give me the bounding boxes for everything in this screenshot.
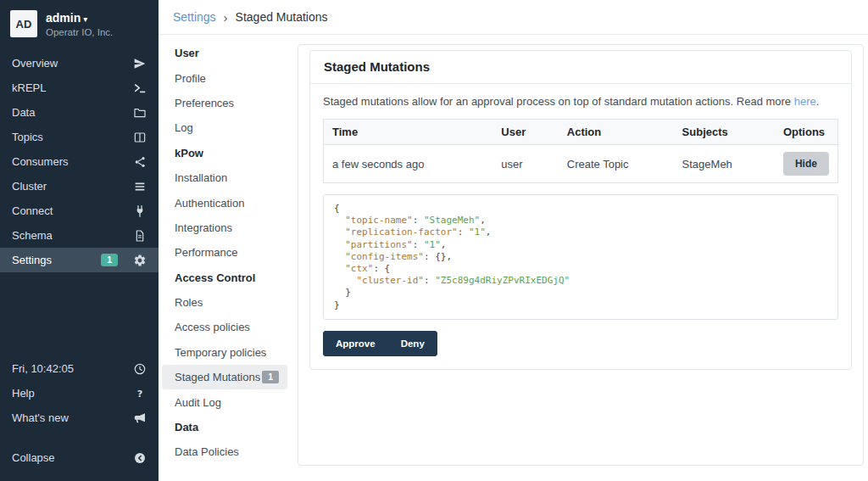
sidebar-item-label: What's new [12, 411, 126, 424]
sidebar-item-help[interactable]: Help? [0, 381, 159, 405]
settings-item-label: Audit Log [175, 396, 221, 409]
code-token: , [441, 239, 447, 250]
code-token [334, 275, 357, 286]
settings-item-label: Profile [175, 72, 206, 85]
sidebar-item-consumers[interactable]: Consumers [0, 149, 159, 174]
approve-button[interactable]: Approve [323, 331, 388, 356]
sidebar-item-data[interactable]: Data [0, 100, 159, 125]
code-token: } [334, 299, 340, 310]
settings-item-installation[interactable]: Installation [162, 165, 287, 190]
settings-item-profile[interactable]: Profile [162, 65, 287, 90]
code-token: { [334, 203, 340, 214]
column-header-options: Options [775, 120, 838, 145]
settings-item-data-policies[interactable]: Data Policies [162, 439, 287, 464]
settings-section-access-control: Access Control [162, 266, 287, 290]
approval-button-group: Approve Deny [323, 331, 437, 356]
code-token: "1" [469, 227, 486, 238]
cell-options: Hide [775, 145, 838, 183]
settings-item-integrations[interactable]: Integrations [162, 215, 287, 240]
code-token: "topic-name" [345, 215, 412, 226]
code-token: : [413, 215, 424, 226]
arrow-circle-left-icon [133, 451, 147, 465]
clock-icon [133, 362, 147, 376]
code-token: "StageMeh" [424, 215, 480, 226]
cell-user: user [492, 145, 558, 183]
sidebar-item-fri-10-42-05[interactable]: Fri, 10:42:05 [0, 356, 159, 381]
sidebar-item-label: Collapse [12, 451, 126, 464]
sidebar-item-schema[interactable]: Schema [0, 223, 159, 248]
cell-time: a few seconds ago [324, 145, 493, 183]
settings-item-access-policies[interactable]: Access policies [162, 315, 287, 339]
card-body: Staged mutations allow for an approval p… [310, 84, 851, 369]
breadcrumb-settings-link[interactable]: Settings [173, 10, 216, 24]
sidebar-item-label: kREPL [12, 81, 126, 94]
code-line: "replication-factor": "1", [334, 227, 827, 238]
description-text: Staged mutations allow for an approval p… [323, 95, 794, 108]
code-token [334, 227, 345, 238]
content-panel: Staged Mutations Staged mutations allow … [298, 44, 864, 466]
settings-item-label: Roles [175, 296, 203, 309]
sidebar-item-connect[interactable]: Connect [0, 199, 159, 223]
content: UserProfilePreferencesLogkPowInstallatio… [159, 35, 868, 481]
settings-item-authentication[interactable]: Authentication [162, 190, 287, 215]
code-line: } [334, 299, 827, 311]
settings-item-roles[interactable]: Roles [162, 290, 287, 315]
settings-item-label: Access policies [175, 321, 250, 333]
sidebar-item-collapse[interactable]: Collapse [0, 445, 159, 470]
gear-icon [133, 254, 147, 267]
sidebar-item-what-s-new[interactable]: What's new [0, 405, 159, 430]
cell-action: Create Topic [559, 145, 674, 183]
columns-icon [133, 131, 147, 144]
sidebar-item-krepl[interactable]: kREPL [0, 76, 159, 100]
code-token [334, 239, 345, 250]
breadcrumb: Settings › Staged Mutations [159, 0, 868, 35]
settings-item-log[interactable]: Log [162, 115, 287, 140]
question-mark-icon: ? [133, 387, 147, 400]
settings-menu: UserProfilePreferencesLogkPowInstallatio… [159, 35, 298, 481]
sidebar-item-label: Overview [12, 57, 126, 70]
sidebar-item-label: Fri, 10:42:05 [12, 362, 126, 375]
settings-item-audit-log[interactable]: Audit Log [162, 389, 287, 414]
user-org: Operatr IO, Inc. [46, 26, 113, 38]
main-area: Settings › Staged Mutations UserProfileP… [159, 0, 868, 481]
staged-mutations-card: Staged Mutations Staged mutations allow … [309, 50, 852, 370]
sidebar-item-cluster[interactable]: Cluster [0, 174, 159, 199]
deny-button[interactable]: Deny [388, 331, 437, 356]
settings-item-preferences[interactable]: Preferences [162, 91, 287, 115]
code-token [334, 251, 345, 262]
sidebar-item-label: Topics [12, 131, 126, 143]
sidebar-item-label: Consumers [12, 155, 126, 168]
settings-item-label: Preferences [175, 97, 234, 109]
read-more-link[interactable]: here [794, 95, 816, 108]
description-period: . [816, 95, 820, 108]
code-token: : { [373, 263, 390, 274]
sidebar: AD admin▾ Operatr IO, Inc. OverviewkREPL… [0, 0, 159, 481]
code-line: "topic-name": "StageMeh", [334, 215, 827, 227]
column-header-action: Action [559, 120, 674, 145]
code-token: : [458, 227, 469, 238]
settings-item-temporary-policies[interactable]: Temporary policies [162, 340, 287, 365]
user-meta: admin▾ Operatr IO, Inc. [46, 9, 113, 38]
count-badge: 1 [262, 371, 279, 383]
staged-mutations-table: TimeUserActionSubjectsOptions a few seco… [323, 119, 838, 183]
settings-item-label: Temporary policies [175, 346, 266, 359]
column-header-subjects: Subjects [674, 120, 775, 145]
sidebar-item-settings[interactable]: Settings1 [0, 248, 159, 272]
code-line: "ctx": { [334, 263, 827, 275]
settings-item-performance[interactable]: Performance [162, 240, 287, 265]
mutation-json-block: { "topic-name": "StageMeh", "replication… [323, 194, 838, 320]
settings-item-staged-mutations[interactable]: Staged Mutations1 [162, 365, 287, 389]
code-token: , [486, 227, 492, 238]
user-menu[interactable]: AD admin▾ Operatr IO, Inc. [0, 0, 159, 48]
avatar: AD [10, 10, 37, 37]
sidebar-item-overview[interactable]: Overview [0, 51, 159, 76]
svg-text:?: ? [137, 387, 143, 399]
hide-button[interactable]: Hide [783, 152, 829, 176]
terminal-icon [133, 81, 147, 95]
notification-badge: 1 [101, 254, 118, 266]
sidebar-nav: OverviewkREPLDataTopicsConsumersClusterC… [0, 51, 159, 272]
sidebar-item-topics[interactable]: Topics [0, 125, 159, 149]
code-token: : {}, [424, 251, 452, 262]
code-token: : [413, 239, 424, 250]
code-token: "replication-factor" [345, 227, 457, 238]
